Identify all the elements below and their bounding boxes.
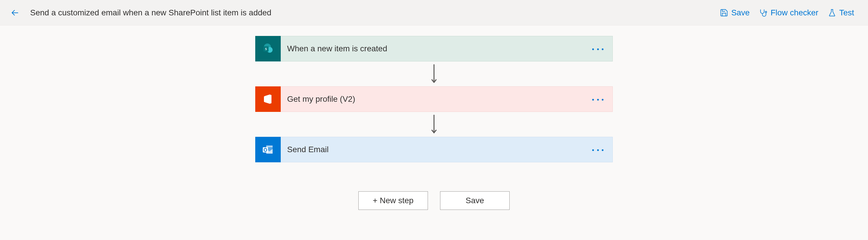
sharepoint-icon: S — [255, 36, 281, 61]
action-step-office365[interactable]: Get my profile (V2) — [255, 86, 613, 112]
step-menu-button[interactable] — [583, 147, 613, 152]
stethoscope-icon — [759, 8, 768, 17]
flow-canvas: S When a new item is created Get my prof… — [0, 26, 868, 210]
step-menu-button[interactable] — [583, 46, 613, 51]
header-actions: Save Flow checker Test — [720, 8, 854, 18]
save-button[interactable]: Save — [720, 8, 750, 18]
svg-rect-8 — [266, 146, 273, 147]
sharepoint-logo-icon: S — [261, 42, 275, 56]
step-label: Get my profile (V2) — [281, 94, 583, 104]
flow-designer-header: Send a customized email when a new Share… — [0, 0, 868, 26]
svg-text:S: S — [265, 47, 267, 51]
save-flow-button[interactable]: Save — [440, 191, 509, 210]
connector-arrow[interactable] — [431, 112, 437, 137]
save-icon — [720, 8, 728, 17]
arrow-left-icon — [10, 7, 20, 18]
step-label: When a new item is created — [281, 44, 583, 53]
ellipsis-icon — [592, 49, 594, 50]
office365-icon — [255, 86, 281, 112]
ellipsis-icon — [592, 99, 594, 100]
ellipsis-icon — [592, 149, 594, 151]
outlook-icon — [255, 137, 281, 162]
step-label: Send Email — [281, 145, 583, 154]
arrow-down-icon — [431, 64, 437, 84]
back-button[interactable] — [8, 6, 22, 20]
test-button[interactable]: Test — [828, 8, 854, 18]
arrow-down-icon — [431, 114, 437, 134]
office-logo-icon — [261, 92, 275, 106]
test-label: Test — [839, 8, 854, 18]
svg-point-0 — [765, 11, 767, 13]
beaker-icon — [828, 8, 836, 17]
connector-arrow[interactable] — [431, 61, 437, 86]
save-label: Save — [731, 8, 750, 18]
action-step-outlook[interactable]: Send Email — [255, 137, 613, 162]
flow-checker-label: Flow checker — [771, 8, 818, 18]
flow-title: Send a customized email when a new Share… — [30, 8, 720, 18]
trigger-step-sharepoint[interactable]: S When a new item is created — [255, 36, 613, 61]
new-step-button[interactable]: + New step — [359, 191, 428, 210]
footer-actions: + New step Save — [359, 191, 509, 210]
outlook-logo-icon — [261, 143, 275, 156]
flow-checker-button[interactable]: Flow checker — [759, 8, 818, 18]
step-menu-button[interactable] — [583, 96, 613, 102]
